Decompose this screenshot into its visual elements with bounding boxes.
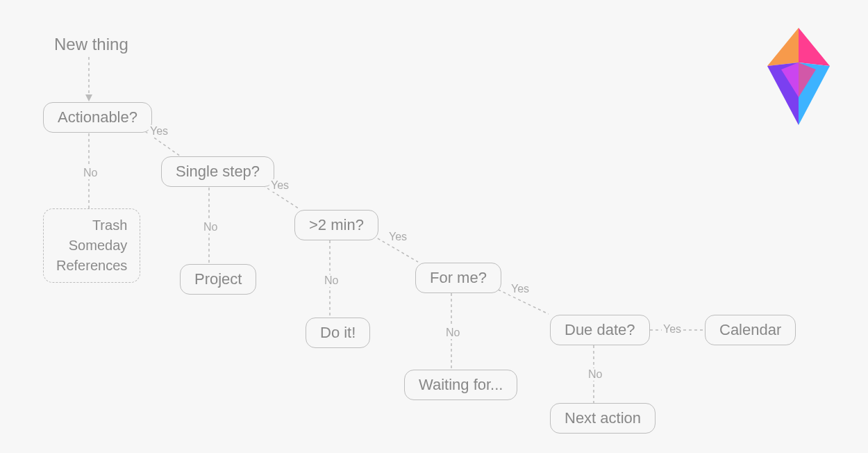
- edge-single-yes: Yes: [269, 179, 290, 192]
- edge-actionable-yes: Yes: [149, 125, 169, 138]
- start-label: New thing: [54, 35, 128, 54]
- svg-marker-13: [799, 28, 830, 66]
- edge-actionable-no: No: [82, 167, 99, 179]
- node-calendar: Calendar: [705, 315, 796, 345]
- node-single-step: Single step?: [161, 156, 274, 187]
- node-next-action: Next action: [550, 403, 656, 434]
- edge-due-no: No: [587, 368, 603, 381]
- terminal-someday: Someday: [69, 238, 128, 254]
- node-waiting: Waiting for...: [404, 370, 517, 400]
- edge-two-yes: Yes: [387, 231, 408, 243]
- terminal-references: References: [56, 258, 127, 274]
- node-two-min: >2 min?: [294, 210, 378, 240]
- flowchart: New thing Actionable? Yes No Trash Somed…: [0, 0, 868, 453]
- node-due-date: Due date?: [550, 315, 650, 345]
- node-project: Project: [180, 264, 256, 295]
- node-for-me: For me?: [415, 263, 501, 293]
- node-terminal: Trash Someday References: [43, 208, 140, 283]
- terminal-trash: Trash: [92, 217, 127, 233]
- edge-single-no: No: [202, 221, 219, 233]
- edge-two-no: No: [323, 274, 340, 287]
- svg-marker-1: [85, 94, 92, 101]
- node-do-it: Do it!: [306, 318, 370, 348]
- node-actionable: Actionable?: [43, 102, 152, 133]
- edge-for-me-no: No: [444, 327, 461, 339]
- svg-marker-12: [767, 28, 799, 66]
- edge-for-me-yes: Yes: [510, 283, 531, 295]
- diamond-logo-icon: [767, 28, 830, 125]
- edge-due-yes: Yes: [662, 323, 683, 336]
